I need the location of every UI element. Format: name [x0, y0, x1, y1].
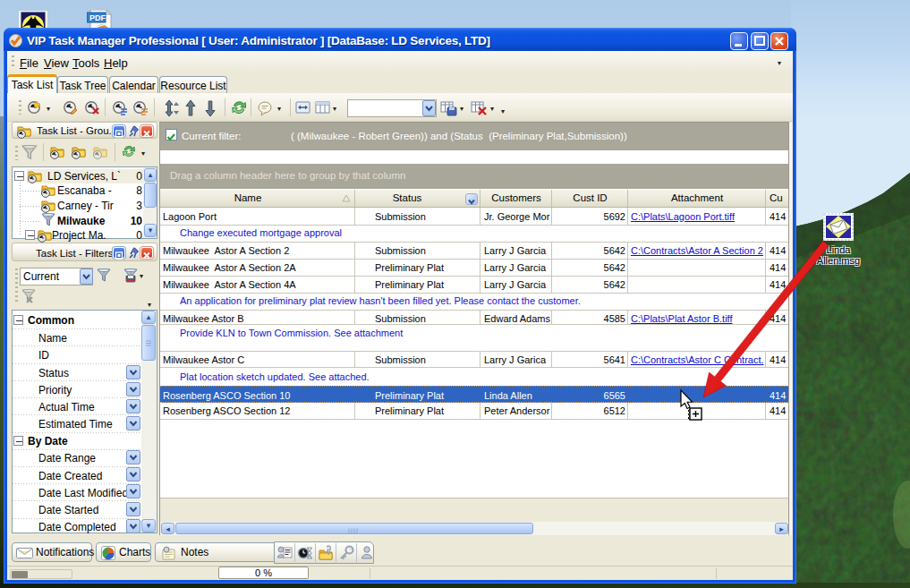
- svg-text:PDF: PDF: [89, 13, 106, 22]
